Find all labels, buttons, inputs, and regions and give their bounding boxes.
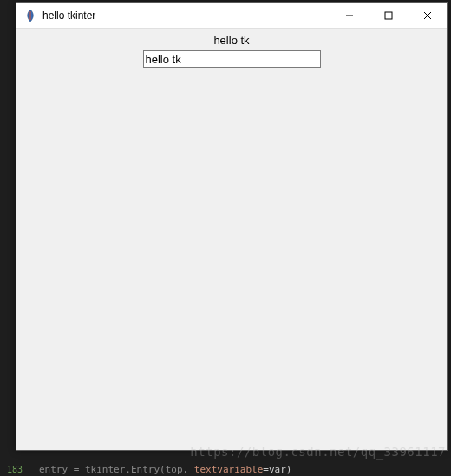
app-window: hello tkinter hello tk xyxy=(16,2,448,451)
code-suffix: =var) xyxy=(263,464,291,475)
titlebar[interactable]: hello tkinter xyxy=(16,3,447,29)
editor-code-line: 183 entry = tkinter.Entry(top, textvaria… xyxy=(0,462,451,476)
line-number: 183 xyxy=(7,465,23,474)
minimize-button[interactable] xyxy=(330,3,369,28)
tk-feather-icon xyxy=(23,9,37,23)
text-entry[interactable] xyxy=(143,50,321,68)
code-prefix: entry = tkinter.Entry(top, xyxy=(39,464,194,475)
hello-label: hello tk xyxy=(213,34,249,47)
maximize-button[interactable] xyxy=(369,3,408,28)
close-button[interactable] xyxy=(408,3,447,28)
window-title: hello tkinter xyxy=(42,10,330,22)
code-keyword: textvariable xyxy=(194,464,263,475)
window-controls xyxy=(330,3,447,28)
editor-gutter xyxy=(0,0,16,451)
svg-rect-1 xyxy=(385,12,392,19)
client-area: hello tk xyxy=(16,29,447,450)
